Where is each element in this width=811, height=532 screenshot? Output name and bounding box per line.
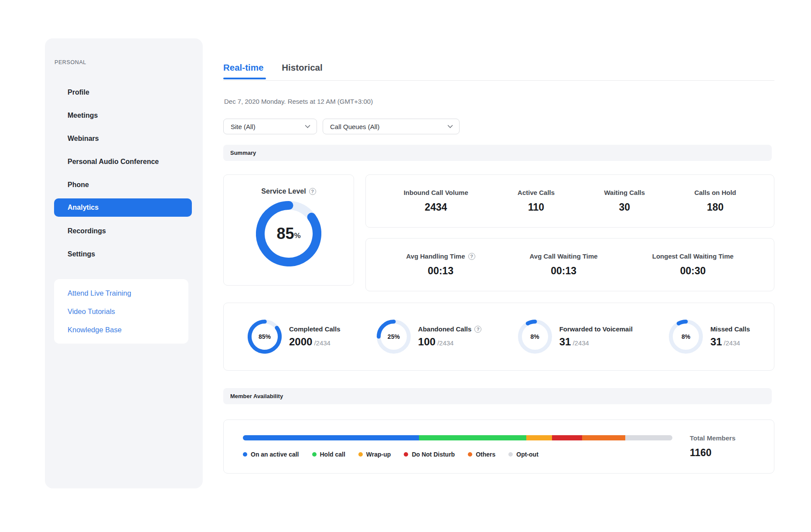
sidebar-item-label: Profile bbox=[68, 89, 89, 96]
legend-dot bbox=[468, 452, 472, 457]
sidebar-item-label: Phone bbox=[68, 181, 89, 189]
stat-value: 2434 bbox=[404, 201, 468, 213]
stat-label: Calls on Hold bbox=[694, 189, 736, 196]
link-attend-live-training[interactable]: Attend Live Training bbox=[68, 284, 188, 302]
metric-value: 100 bbox=[418, 336, 436, 348]
filter-bar: Site (All) Call Queues (All) bbox=[223, 119, 460, 134]
sidebar-item-meetings[interactable]: Meetings bbox=[45, 104, 203, 127]
metric-donut-percent: 8% bbox=[518, 320, 552, 354]
bar-segment-others bbox=[582, 435, 625, 440]
member-availability-bar bbox=[243, 435, 672, 440]
legend-dot bbox=[358, 452, 363, 457]
metric-text: Missed Calls31/2434 bbox=[710, 325, 750, 348]
stat-value: 180 bbox=[694, 201, 736, 213]
stat-value: 30 bbox=[604, 201, 645, 213]
sidebar-item-analytics[interactable]: Analytics bbox=[54, 198, 192, 217]
link-video-tutorials[interactable]: Video Tutorials bbox=[68, 302, 188, 321]
metric-label: Forwarded to Voicemail bbox=[559, 325, 633, 333]
legend-wrap-up: Wrap-up bbox=[358, 451, 391, 458]
stat-avg-handling-time: Avg Handling Time?00:13 bbox=[406, 252, 475, 277]
legend-on-an-active-call: On an active call bbox=[243, 451, 299, 458]
metric-total: /2434 bbox=[572, 339, 589, 347]
call-outcome-card: 85%Completed Calls2000/2434 25%Abandoned… bbox=[223, 303, 774, 371]
link-knowledge-base[interactable]: Knowledge Base bbox=[68, 321, 188, 339]
sidebar-item-label: Personal Audio Conference bbox=[68, 158, 159, 166]
metric-total: /2434 bbox=[437, 339, 454, 347]
sidebar-item-recordings[interactable]: Recordings bbox=[45, 219, 203, 242]
legend-hold-call: Hold call bbox=[312, 451, 345, 458]
sidebar-links-card: Attend Live TrainingVideo TutorialsKnowl… bbox=[54, 279, 188, 344]
metric-value-row: 2000/2434 bbox=[289, 336, 341, 348]
tab-historical[interactable]: Historical bbox=[282, 62, 322, 73]
total-members-label: Total Members bbox=[690, 434, 755, 442]
help-icon[interactable]: ? bbox=[468, 253, 475, 260]
metric-total: /2434 bbox=[724, 339, 740, 347]
stat-label-text: Calls on Hold bbox=[694, 189, 736, 196]
metric-value-row: 31/2434 bbox=[559, 336, 633, 348]
tab-divider bbox=[223, 80, 774, 81]
metric-value: 31 bbox=[559, 336, 571, 348]
site-dropdown[interactable]: Site (All) bbox=[223, 119, 317, 134]
sidebar-nav: ProfileMeetingsWebinarsPersonal Audio Co… bbox=[45, 81, 203, 266]
tab-real-time[interactable]: Real-time bbox=[223, 62, 263, 73]
metric-total: /2434 bbox=[314, 339, 331, 347]
help-icon[interactable]: ? bbox=[309, 188, 316, 195]
sidebar: PERSONAL ProfileMeetingsWebinarsPersonal… bbox=[45, 38, 203, 488]
stat-label-text: Waiting Calls bbox=[604, 189, 645, 196]
legend-dot bbox=[404, 452, 408, 457]
main-content: Real-time Historical Dec 7, 2020 Monday.… bbox=[223, 0, 775, 532]
stat-label: Inbound Call Volume bbox=[404, 189, 468, 196]
service-level-donut: 85 % bbox=[256, 201, 321, 266]
metric-donut: 8% bbox=[518, 320, 552, 354]
sidebar-section-label: PERSONAL bbox=[55, 59, 86, 65]
metric-value-row: 100/2434 bbox=[418, 336, 482, 348]
service-level-unit: % bbox=[294, 232, 300, 240]
legend-dot bbox=[508, 452, 513, 457]
stat-label-text: Inbound Call Volume bbox=[404, 189, 468, 196]
metric-value-row: 31/2434 bbox=[710, 336, 750, 348]
member-availability-legend: On an active callHold callWrap-upDo Not … bbox=[243, 451, 672, 458]
stat-label: Waiting Calls bbox=[604, 189, 645, 196]
service-level-percent: 85 bbox=[276, 225, 294, 243]
service-level-title: Service Level ? bbox=[224, 188, 354, 195]
metric-label-text: Missed Calls bbox=[710, 325, 750, 333]
member-availability-section-header: Member Availability bbox=[223, 388, 772, 404]
metric-missed-calls: 8%Missed Calls31/2434 bbox=[669, 320, 750, 354]
stat-waiting-calls: Waiting Calls30 bbox=[604, 189, 645, 213]
legend-do-not-disturb: Do Not Disturb bbox=[404, 451, 455, 458]
member-availability-left: On an active callHold callWrap-upDo Not … bbox=[243, 435, 672, 458]
chevron-down-icon bbox=[447, 123, 453, 128]
metric-label-text: Forwarded to Voicemail bbox=[559, 325, 633, 333]
sidebar-item-personal-audio-conference[interactable]: Personal Audio Conference bbox=[45, 150, 203, 173]
stat-value: 00:13 bbox=[530, 265, 598, 277]
sidebar-item-label: Recordings bbox=[68, 227, 106, 235]
metric-completed-calls: 85%Completed Calls2000/2434 bbox=[248, 320, 341, 354]
help-icon[interactable]: ? bbox=[474, 326, 481, 333]
legend-label: Do Not Disturb bbox=[412, 451, 455, 458]
metric-forwarded-to-voicemail: 8%Forwarded to Voicemail31/2434 bbox=[518, 320, 633, 354]
metric-label: Abandoned Calls? bbox=[418, 325, 482, 333]
stat-label: Longest Call Waiting Time bbox=[652, 252, 734, 260]
stat-longest-call-waiting-time: Longest Call Waiting Time00:30 bbox=[652, 252, 734, 277]
metric-donut: 85% bbox=[248, 320, 282, 354]
stat-value: 00:13 bbox=[406, 265, 475, 277]
stat-label: Avg Call Waiting Time bbox=[530, 252, 598, 260]
stat-value: 110 bbox=[518, 201, 555, 213]
sidebar-item-settings[interactable]: Settings bbox=[45, 242, 203, 266]
call-queues-dropdown[interactable]: Call Queues (All) bbox=[323, 119, 460, 134]
sidebar-item-webinars[interactable]: Webinars bbox=[45, 127, 203, 150]
time-stats-card: Avg Handling Time?00:13Avg Call Waiting … bbox=[365, 238, 774, 291]
metric-donut: 8% bbox=[669, 320, 703, 354]
metric-label-text: Completed Calls bbox=[289, 325, 341, 333]
bar-segment-hold-call bbox=[419, 435, 526, 440]
legend-opt-out: Opt-out bbox=[508, 451, 538, 458]
stat-active-calls: Active Calls110 bbox=[518, 189, 555, 213]
sidebar-item-label: Webinars bbox=[68, 135, 99, 143]
bar-segment-opt-out bbox=[625, 435, 672, 440]
legend-label: Others bbox=[476, 451, 495, 458]
stat-label: Active Calls bbox=[518, 189, 555, 196]
sidebar-item-phone[interactable]: Phone bbox=[45, 173, 203, 196]
bar-segment-do-not-disturb bbox=[552, 435, 582, 440]
sidebar-item-profile[interactable]: Profile bbox=[45, 81, 203, 104]
metric-donut: 25% bbox=[377, 320, 411, 354]
